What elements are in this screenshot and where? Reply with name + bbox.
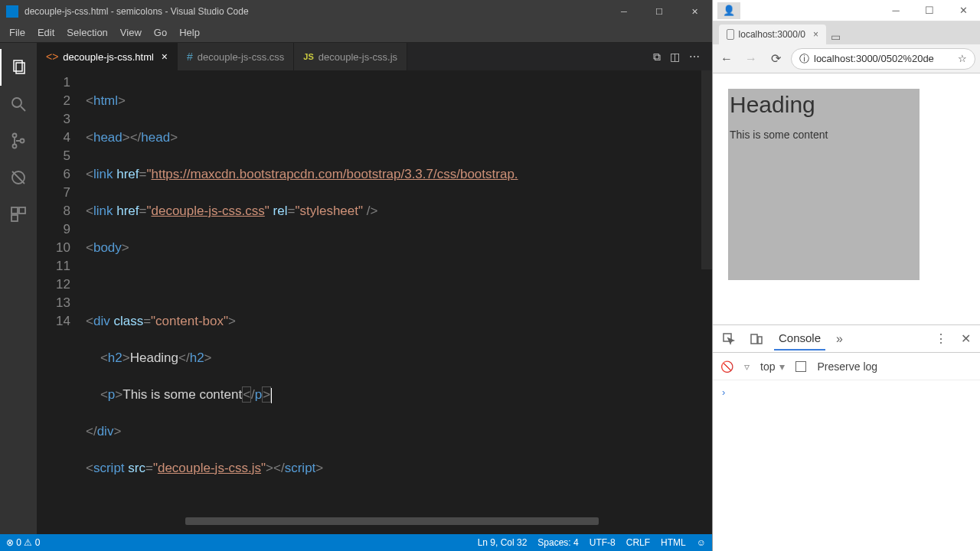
tab-label: decouple-js-css.js: [318, 51, 397, 63]
browser-tab[interactable]: localhost:3000/0 ×: [719, 24, 826, 44]
chrome-maximize-button[interactable]: ☐: [913, 0, 946, 21]
chrome-minimize-button[interactable]: ─: [879, 0, 913, 21]
page-heading: Heading: [730, 92, 918, 118]
chrome-window: 👤 ─ ☐ ✕ localhost:3000/0 × ▭ ← → ⟳ ⓘ loc…: [712, 0, 980, 551]
source-control-icon[interactable]: [0, 122, 37, 159]
search-icon[interactable]: [0, 86, 37, 122]
minimize-button[interactable]: ─: [606, 0, 642, 23]
menu-view[interactable]: View: [114, 24, 148, 41]
svg-line-3: [21, 106, 25, 111]
explorer-icon[interactable]: [0, 49, 37, 86]
more-actions-icon[interactable]: ⋯: [689, 51, 700, 64]
css-file-icon: #: [187, 51, 193, 63]
close-button[interactable]: ✕: [677, 0, 712, 23]
chrome-close-button[interactable]: ✕: [946, 0, 980, 21]
extensions-icon[interactable]: [0, 196, 37, 233]
tab-title: localhost:3000/0: [739, 29, 805, 40]
filter-icon[interactable]: ▿: [744, 360, 750, 373]
svg-rect-14: [758, 337, 762, 344]
split-editor-icon[interactable]: ◫: [670, 51, 680, 64]
menu-bar: File Edit Selection View Go Help: [0, 23, 712, 43]
site-info-icon[interactable]: ⓘ: [799, 52, 809, 66]
preserve-log-checkbox[interactable]: [795, 361, 806, 372]
svg-point-6: [21, 139, 24, 143]
menu-file[interactable]: File: [3, 24, 31, 41]
preserve-log-label: Preserve log: [817, 360, 877, 373]
back-button[interactable]: ←: [717, 50, 736, 68]
devtools-close-icon[interactable]: ✕: [958, 331, 974, 346]
vscode-logo-icon: [6, 5, 18, 18]
profile-icon[interactable]: 👤: [717, 2, 740, 19]
line-numbers: 1234567891011121314: [37, 70, 86, 534]
page-paragraph: This is some content: [730, 129, 918, 141]
page-content: Heading This is some content: [713, 73, 980, 324]
tab-label: decouple-js-css.html: [63, 51, 154, 63]
reload-button[interactable]: ⟳: [766, 50, 785, 68]
status-eol[interactable]: CRLF: [626, 537, 650, 548]
svg-rect-10: [19, 207, 25, 214]
horizontal-scrollbar[interactable]: [185, 517, 599, 525]
maximize-button[interactable]: ☐: [642, 0, 677, 23]
inspect-icon[interactable]: [719, 332, 739, 346]
menu-help[interactable]: Help: [173, 24, 206, 41]
address-bar[interactable]: ⓘ localhost:3000/0502%20de ☆: [791, 48, 975, 70]
clear-console-icon[interactable]: 🚫: [720, 360, 733, 373]
tab-js[interactable]: JS decouple-js-css.js: [294, 43, 407, 70]
tab-css[interactable]: # decouple-js-css.css: [178, 43, 294, 70]
devtools-panel: Console » ⋮ ✕ 🚫 ▿ top▾ Preserve log ›: [713, 324, 980, 551]
chrome-tabs: localhost:3000/0 × ▭: [713, 21, 980, 44]
svg-rect-0: [14, 60, 22, 71]
vscode-window: decouple-js-css.html - semicolons - Visu…: [0, 0, 712, 551]
context-selector[interactable]: top▾: [760, 360, 785, 373]
menu-edit[interactable]: Edit: [31, 24, 60, 41]
status-cursor-pos[interactable]: Ln 9, Col 32: [478, 537, 528, 548]
activity-bar: [0, 43, 37, 534]
menu-go[interactable]: Go: [148, 24, 173, 41]
svg-rect-9: [11, 207, 18, 214]
favicon-icon: [727, 29, 734, 40]
split-diff-icon[interactable]: ⧉: [653, 51, 661, 64]
content-box: Heading This is some content: [728, 89, 920, 280]
code-content[interactable]: <html> <head></head> <link href="https:/…: [86, 70, 712, 534]
console-prompt-icon: ›: [722, 386, 725, 398]
status-problems[interactable]: ⊗ 0 ⚠ 0: [6, 537, 40, 548]
devtools-tabs: Console » ⋮ ✕: [713, 325, 980, 353]
status-spaces[interactable]: Spaces: 4: [537, 537, 578, 548]
minimap[interactable]: [701, 70, 712, 269]
devtools-tab-console[interactable]: Console: [774, 327, 825, 350]
console-output[interactable]: ›: [713, 380, 980, 551]
svg-point-4: [13, 134, 17, 138]
tab-html[interactable]: <> decouple-js-css.html ×: [37, 43, 178, 70]
debug-icon[interactable]: [0, 159, 37, 196]
forward-button[interactable]: →: [742, 50, 760, 68]
editor-tabs: <> decouple-js-css.html × # decouple-js-…: [37, 43, 712, 70]
devtools-menu-icon[interactable]: ⋮: [932, 331, 950, 346]
url-text: localhost:3000/0502%20de: [814, 53, 934, 64]
js-file-icon: JS: [303, 52, 313, 61]
vscode-title-bar: decouple-js-css.html - semicolons - Visu…: [0, 0, 712, 23]
devtools-more-tabs-icon[interactable]: »: [833, 332, 846, 346]
svg-rect-11: [11, 215, 18, 221]
new-tab-button[interactable]: ▭: [826, 29, 844, 44]
status-feedback-icon[interactable]: ☺: [697, 537, 706, 548]
svg-point-2: [12, 98, 21, 107]
bookmark-icon[interactable]: ☆: [958, 53, 967, 64]
address-bar-row: ← → ⟳ ⓘ localhost:3000/0502%20de ☆: [713, 44, 980, 73]
window-title: decouple-js-css.html - semicolons - Visu…: [24, 6, 606, 17]
console-toolbar: 🚫 ▿ top▾ Preserve log: [713, 353, 980, 380]
tab-label: decouple-js-css.css: [198, 51, 284, 63]
status-encoding[interactable]: UTF-8: [590, 537, 616, 548]
svg-rect-1: [16, 63, 24, 73]
tab-close-icon[interactable]: ×: [162, 51, 168, 63]
tab-close-icon[interactable]: ×: [813, 29, 818, 40]
status-bar: ⊗ 0 ⚠ 0 Ln 9, Col 32 Spaces: 4 UTF-8 CRL…: [0, 534, 712, 551]
svg-rect-13: [751, 334, 757, 344]
svg-point-5: [13, 145, 17, 148]
device-toggle-icon[interactable]: [746, 332, 766, 346]
status-language[interactable]: HTML: [661, 537, 686, 548]
code-editor[interactable]: 1234567891011121314 <html> <head></head>…: [37, 70, 712, 534]
menu-selection[interactable]: Selection: [60, 24, 113, 41]
chrome-title-bar: 👤 ─ ☐ ✕: [713, 0, 980, 21]
html-file-icon: <>: [46, 51, 58, 63]
